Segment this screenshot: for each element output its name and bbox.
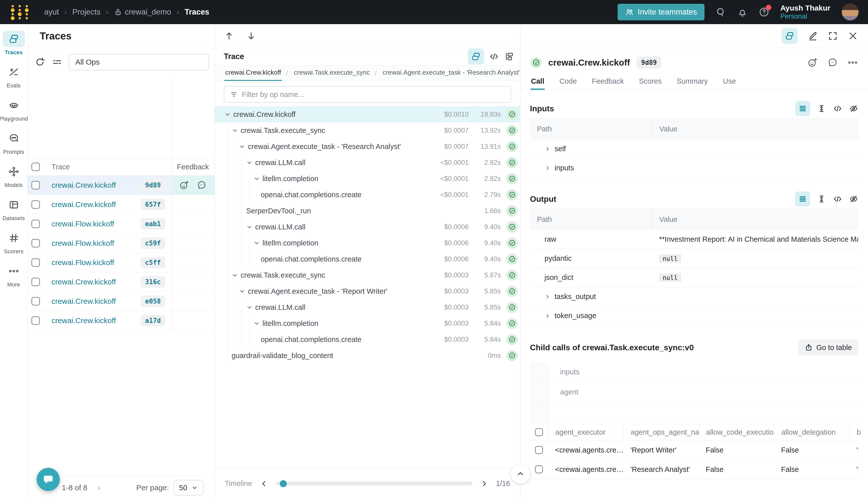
rail-item[interactable]: More — [3, 263, 25, 289]
chevron-down-icon[interactable] — [232, 272, 238, 278]
refresh-button[interactable] — [35, 57, 45, 67]
tree-view-button[interactable] — [468, 48, 484, 64]
chevron-down-icon[interactable] — [246, 223, 253, 230]
chevron-down-icon[interactable] — [253, 175, 260, 182]
call-tree-row[interactable]: litellm.completion $0.0006 9.40s — [215, 235, 520, 251]
row-checkbox[interactable] — [535, 465, 543, 473]
op-name-filter-input[interactable] — [242, 90, 505, 99]
table-row[interactable]: crewai.Flow.kickoff eab1 — [28, 214, 214, 234]
chevron-down-icon[interactable] — [253, 240, 260, 246]
timeline-slider[interactable] — [276, 482, 472, 485]
flame-view-button[interactable] — [504, 51, 514, 62]
call-tree-row[interactable]: openai.chat.completions.create $0.0003 5… — [215, 331, 520, 348]
timeline-prev-button[interactable] — [260, 479, 268, 488]
trace-op-link[interactable]: crewai.Crew.kickoff — [51, 200, 116, 209]
row-checkbox[interactable] — [32, 239, 40, 247]
code-view-button[interactable] — [489, 51, 499, 62]
call-tree-row[interactable]: openai.chat.completions.create <$0.0001 … — [215, 187, 520, 203]
invite-teammates-button[interactable]: Invite teammates — [618, 4, 705, 20]
help-button[interactable] — [759, 7, 769, 17]
call-tree-row[interactable]: crewai.Task.execute_sync $0.0003 5.87s — [215, 267, 520, 283]
call-tree-row[interactable]: guardrail-validate_blog_content 0ms — [215, 348, 520, 364]
trace-op-link[interactable]: crewai.Flow.kickoff — [51, 258, 114, 267]
user-menu[interactable]: Ayush Thakur Personal — [780, 4, 830, 20]
table-row[interactable]: crewai.Flow.kickoff c5ff — [28, 253, 214, 272]
fullscreen-button[interactable] — [828, 31, 838, 41]
table-row[interactable]: crewai.Crew.kickoff a17d — [28, 311, 214, 330]
go-to-table-button[interactable]: Go to table — [798, 339, 858, 355]
kv-row[interactable]: self — [530, 139, 858, 159]
call-path-item[interactable]: crewai.Agent.execute_task - 'Research An… — [381, 65, 520, 81]
prev-call-button[interactable] — [224, 31, 234, 41]
chevron-down-icon[interactable] — [246, 304, 253, 311]
timeline-next-button[interactable] — [480, 479, 488, 488]
rail-item[interactable]: Models — [3, 163, 25, 189]
call-path-item[interactable]: crewai.Crew.kickoff / — [224, 65, 292, 81]
close-panel-button[interactable] — [848, 31, 858, 41]
trace-op-link[interactable]: crewai.Flow.kickoff — [51, 239, 114, 247]
child-column-header[interactable]: b — [850, 424, 868, 440]
row-checkbox[interactable] — [32, 200, 40, 209]
table-row[interactable]: crewai.Crew.kickoff 316c — [28, 272, 214, 292]
support-chat-launcher[interactable] — [37, 468, 60, 491]
kv-row[interactable]: inputs — [530, 159, 858, 178]
edit-button[interactable] — [808, 31, 818, 41]
collapse-panel-button[interactable] — [510, 464, 531, 484]
next-call-button[interactable] — [246, 31, 256, 41]
detail-tab[interactable]: Code — [559, 74, 577, 90]
notifications-button[interactable] — [737, 7, 748, 17]
child-column-header[interactable]: allow_code_execution — [699, 424, 774, 440]
call-tree-row[interactable]: crewai.Agent.execute_task - 'Report Writ… — [215, 283, 520, 299]
search-button[interactable] — [716, 7, 726, 17]
column-settings-button[interactable] — [52, 57, 62, 67]
add-reaction-icon[interactable] — [179, 180, 189, 190]
feedback-column-header[interactable]: Feedback — [171, 158, 214, 175]
detail-tab[interactable]: Feedback — [592, 74, 624, 90]
child-column-header[interactable]: agent_ops_agent_nan — [623, 424, 699, 440]
per-page-select[interactable]: 50 — [174, 480, 203, 496]
expand-rows-button[interactable] — [817, 104, 826, 113]
call-tree-row[interactable]: crewai.Task.execute_sync $0.0007 13.92s — [215, 122, 520, 138]
timeline-slider-knob[interactable] — [280, 480, 287, 487]
trace-op-link[interactable]: crewai.Flow.kickoff — [51, 220, 114, 228]
detail-tree-view-button[interactable] — [782, 28, 798, 44]
json-view-button[interactable] — [833, 194, 842, 204]
call-tree-row[interactable]: crewai.LLM.call $0.0003 5.85s — [215, 299, 520, 315]
rail-item[interactable]: Scorers — [3, 230, 25, 255]
more-menu-icon[interactable] — [847, 57, 858, 68]
detail-tab[interactable]: Use — [722, 74, 736, 90]
chevron-right-icon[interactable] — [545, 294, 550, 300]
call-tree-row[interactable]: crewai.Crew.kickoff $0.0010 19.83s — [215, 106, 520, 122]
list-view-button[interactable] — [795, 192, 810, 207]
child-column-header[interactable]: allow_delegation — [774, 424, 850, 440]
row-checkbox[interactable] — [32, 316, 40, 325]
hide-values-button[interactable] — [849, 194, 858, 204]
row-checkbox[interactable] — [32, 181, 40, 190]
chevron-right-icon[interactable] — [545, 313, 550, 319]
table-row[interactable]: crewai.Flow.kickoff c59f — [28, 234, 214, 253]
row-checkbox[interactable] — [32, 220, 40, 228]
op-name-filter[interactable] — [224, 86, 511, 103]
chevron-down-icon[interactable] — [239, 143, 245, 150]
detail-tab[interactable]: Summary — [676, 74, 708, 90]
next-page-button[interactable]: › — [87, 483, 111, 493]
breadcrumb-project[interactable]: crewai_demo — [114, 8, 171, 16]
trace-op-link[interactable]: crewai.Crew.kickoff — [51, 297, 116, 305]
call-tree-row[interactable]: litellm.completion <$0.0001 2.82s — [215, 171, 520, 187]
call-tree-row[interactable]: SerperDevTool._run 1.66s — [215, 203, 520, 219]
call-path-item[interactable]: crewai.Task.execute_sync / — [292, 65, 381, 81]
chevron-down-icon[interactable] — [246, 159, 253, 166]
trace-op-link[interactable]: crewai.Crew.kickoff — [51, 278, 116, 286]
kv-row[interactable]: raw **Investment Report: AI in Chemical … — [530, 230, 858, 249]
table-row[interactable]: <crewai.agents.cre… 'Report Writer' Fals… — [530, 440, 858, 460]
rail-item[interactable]: Playground — [0, 97, 28, 123]
hide-values-button[interactable] — [849, 104, 858, 113]
comment-icon[interactable] — [827, 57, 838, 68]
detail-tab[interactable]: Call — [531, 74, 545, 90]
comment-icon[interactable] — [197, 180, 207, 190]
call-tree-row[interactable]: openai.chat.completions.create $0.0006 9… — [215, 251, 520, 267]
table-row[interactable]: crewai.Crew.kickoff 9d89 — [28, 175, 214, 195]
chevron-down-icon[interactable] — [224, 111, 231, 118]
chevron-down-icon[interactable] — [232, 127, 238, 134]
row-checkbox[interactable] — [32, 297, 40, 305]
